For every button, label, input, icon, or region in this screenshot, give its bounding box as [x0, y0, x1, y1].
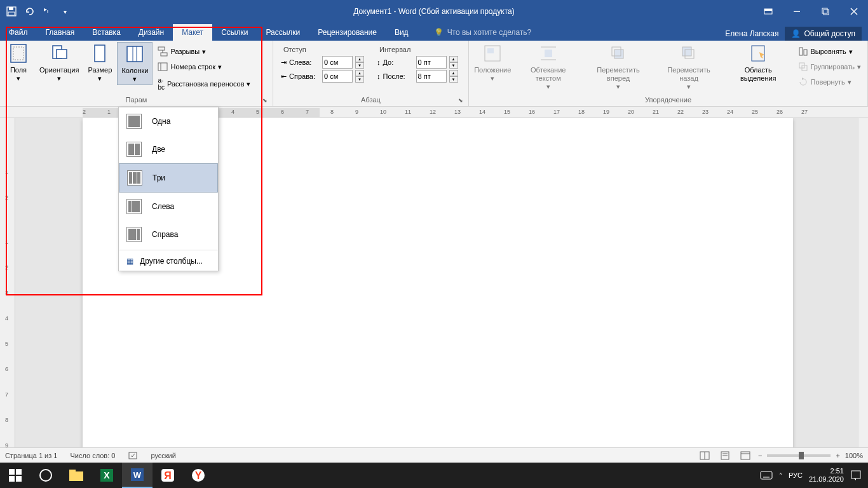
indent-right-input[interactable]	[322, 70, 353, 83]
tab-layout[interactable]: Макет	[173, 24, 212, 41]
spacing-before-down[interactable]: ▼	[449, 62, 458, 69]
indent-left-down[interactable]: ▼	[355, 62, 364, 69]
columns-right-icon	[126, 227, 142, 242]
undo-icon[interactable]	[23, 5, 36, 18]
notifications-icon[interactable]	[850, 470, 862, 481]
yandex-browser-icon[interactable]: Y	[183, 463, 214, 488]
svg-rect-4	[764, 9, 772, 11]
spacing-before-input[interactable]	[416, 56, 447, 69]
word-count[interactable]: Число слов: 0	[70, 452, 115, 459]
zoom-out-icon[interactable]: −	[758, 452, 762, 459]
columns-right[interactable]: Справа	[119, 220, 218, 248]
svg-rect-11	[13, 47, 24, 60]
svg-rect-15	[127, 46, 142, 62]
zoom-level[interactable]: 100%	[845, 452, 863, 459]
language-indicator[interactable]: русский	[151, 452, 175, 459]
spacing-after-down[interactable]: ▼	[449, 76, 458, 83]
columns-left[interactable]: Слева	[119, 193, 218, 220]
minimize-icon[interactable]	[782, 2, 811, 21]
print-layout-icon[interactable]	[717, 449, 733, 462]
spacing-after-icon: ↕	[377, 72, 381, 80]
columns-two[interactable]: Две	[119, 135, 218, 163]
tab-home[interactable]: Главная	[37, 24, 84, 41]
taskbar: X W Я Y ˄ РУС 2:51 21.09.2020	[0, 463, 868, 488]
save-icon[interactable]	[5, 5, 18, 18]
svg-rect-46	[9, 476, 15, 482]
svg-text:Y: Y	[195, 470, 202, 481]
svg-rect-47	[16, 476, 22, 482]
tab-references[interactable]: Ссылки	[212, 24, 257, 41]
columns-one[interactable]: Одна	[119, 107, 218, 135]
share-button[interactable]: 👤 Общий доступ	[785, 27, 862, 41]
close-icon[interactable]	[839, 2, 868, 21]
columns-button[interactable]: Колонки▾	[117, 42, 153, 85]
paragraph-launcher[interactable]: ⬊	[458, 97, 466, 105]
tray-chevron-icon[interactable]: ˄	[779, 472, 782, 479]
read-mode-icon[interactable]	[697, 449, 712, 462]
send-backward-button[interactable]: Переместить назад▾	[655, 42, 722, 93]
spacing-after-input[interactable]	[416, 70, 447, 83]
align-button[interactable]: Выровнять ▾	[794, 44, 865, 58]
page-indicator[interactable]: Страница 1 из 1	[5, 452, 57, 459]
tab-view[interactable]: Вид	[386, 24, 417, 41]
orientation-button[interactable]: Ориентация▾	[36, 42, 83, 84]
hyphenation-button[interactable]: a-bc Расстановка переносов ▾	[154, 75, 254, 93]
ruler-vertical[interactable]: 12123456789	[0, 118, 15, 447]
bring-forward-button[interactable]: Переместить вперед▾	[583, 42, 654, 93]
keyboard-icon[interactable]	[760, 471, 773, 480]
language-tray[interactable]: РУС	[789, 471, 803, 479]
start-button[interactable]	[0, 463, 31, 488]
web-layout-icon[interactable]	[738, 449, 753, 462]
paragraph-label: Абзац	[276, 95, 466, 105]
indent-left-up[interactable]: ▲	[355, 56, 364, 62]
svg-rect-7	[824, 10, 829, 15]
columns-three[interactable]: Три	[119, 163, 218, 193]
position-button[interactable]: Положение▾	[471, 42, 514, 84]
indent-left-input[interactable]	[322, 56, 353, 69]
svg-rect-49	[69, 471, 83, 481]
yandex-icon[interactable]: Я	[153, 463, 183, 488]
line-numbers-button[interactable]: Номера строк ▾	[154, 60, 254, 74]
hyphenation-icon: a-bc	[158, 77, 165, 91]
zoom-in-icon[interactable]: +	[836, 452, 839, 459]
page-setup-launcher[interactable]: ⬊	[262, 97, 270, 105]
tab-review[interactable]: Рецензирование	[309, 24, 386, 41]
svg-rect-23	[487, 48, 494, 53]
size-button[interactable]: Размер▾	[84, 42, 116, 84]
cortana-icon[interactable]	[31, 463, 61, 488]
zoom-slider[interactable]	[767, 454, 831, 457]
tab-insert[interactable]: Вставка	[83, 24, 130, 41]
svg-rect-2	[8, 12, 15, 15]
explorer-icon[interactable]	[61, 463, 92, 488]
redo-icon[interactable]	[41, 5, 53, 18]
indent-right-up[interactable]: ▲	[355, 70, 364, 76]
breaks-button[interactable]: Разрывы ▾	[154, 44, 254, 58]
rotate-button[interactable]: Повернуть ▾	[794, 75, 865, 89]
svg-rect-6	[822, 8, 827, 13]
margins-button[interactable]: Поля▾	[3, 42, 34, 84]
proofing-icon[interactable]	[128, 451, 138, 461]
indent-right-down[interactable]: ▼	[355, 76, 364, 83]
selection-pane-button[interactable]: Область выделения	[724, 42, 792, 84]
spacing-before-up[interactable]: ▲	[449, 56, 458, 62]
wrap-text-button[interactable]: Обтекание текстом▾	[515, 42, 581, 93]
columns-more[interactable]: ▦ Другие столбцы...	[119, 252, 218, 271]
group-button[interactable]: Группировать ▾	[794, 60, 865, 74]
excel-icon[interactable]: X	[92, 463, 122, 488]
ribbon-display-icon[interactable]	[754, 2, 782, 21]
tell-me-search[interactable]: 💡 Что вы хотите сделать?	[430, 24, 536, 41]
vertical-scrollbar[interactable]	[858, 118, 868, 447]
user-name[interactable]: Елена Лапская	[725, 29, 778, 38]
clock[interactable]: 2:51 21.09.2020	[809, 467, 844, 484]
spacing-after-up[interactable]: ▲	[449, 70, 458, 76]
tab-mailings[interactable]: Рассылки	[257, 24, 309, 41]
svg-rect-24	[545, 50, 552, 57]
tab-file[interactable]: Файл	[0, 24, 37, 41]
qat-customize-icon[interactable]: ▾	[58, 5, 71, 18]
word-icon[interactable]: W	[122, 463, 153, 488]
svg-rect-44	[9, 469, 15, 475]
tab-design[interactable]: Дизайн	[130, 24, 173, 41]
maximize-icon[interactable]	[811, 2, 839, 21]
columns-three-icon	[127, 170, 142, 186]
svg-text:W: W	[133, 470, 142, 480]
